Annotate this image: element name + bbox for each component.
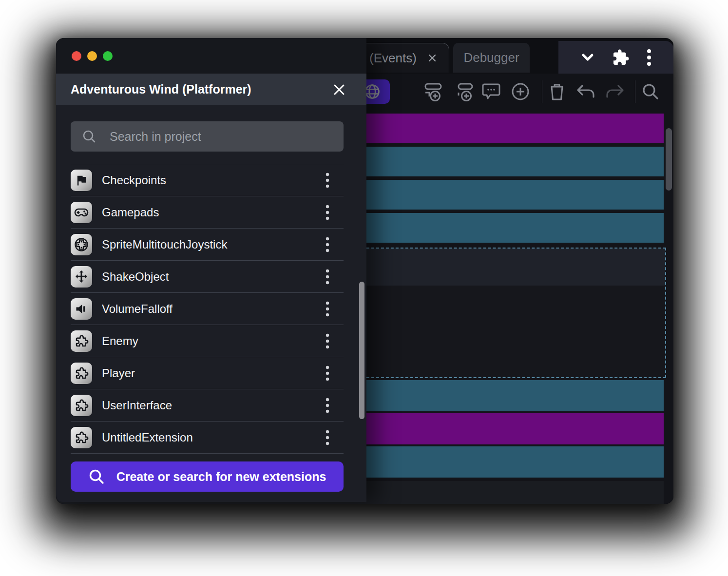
add-event-icon[interactable] (420, 79, 445, 104)
trash-icon[interactable] (544, 79, 570, 104)
project-title: Adventurous Wind (Platformer) (71, 82, 251, 96)
item-menu-kebab-icon[interactable] (320, 299, 335, 319)
desktop-background: (Events) Debugger (0, 0, 728, 576)
tab-close-icon[interactable] (426, 52, 438, 64)
toolbar-divider (635, 80, 635, 103)
search-icon[interactable] (638, 79, 663, 104)
create-extension-button[interactable]: Create or search for new extensions (71, 461, 344, 492)
project-search-box (71, 121, 344, 152)
list-item-volumefalloff[interactable]: VolumeFalloff (71, 293, 344, 325)
search-icon (82, 129, 96, 144)
list-item-player[interactable]: Player (71, 357, 344, 389)
search-icon (88, 468, 105, 485)
list-item-userinterface[interactable]: UserInterface (71, 389, 344, 422)
item-menu-kebab-icon[interactable] (320, 267, 335, 287)
item-menu-kebab-icon[interactable] (320, 428, 335, 447)
close-window-button[interactable] (72, 51, 81, 61)
item-menu-kebab-icon[interactable] (320, 235, 335, 254)
gamepad-icon (71, 202, 92, 223)
chevron-down-icon[interactable] (579, 52, 596, 63)
item-menu-kebab-icon[interactable] (320, 364, 335, 383)
close-icon[interactable] (331, 82, 347, 97)
project-manager-panel: Adventurous Wind (Platformer) Checkpoint… (56, 38, 366, 502)
puzzle-icon (71, 363, 92, 384)
list-item-sprite-multitouch-joystick[interactable]: SpriteMultitouchJoystick (71, 229, 344, 261)
extensions-list: Checkpoints Gamepads (71, 164, 344, 454)
puzzle-icon (71, 330, 92, 352)
list-item-gamepads[interactable]: Gamepads (71, 196, 344, 229)
list-item-shakeobject[interactable]: ShakeObject (71, 261, 344, 293)
toolbar-divider (542, 80, 542, 103)
speaker-icon (71, 298, 92, 320)
redo-icon[interactable] (602, 79, 627, 104)
add-subevent-icon[interactable] (451, 79, 477, 104)
minimize-window-button[interactable] (87, 51, 97, 61)
add-comment-icon[interactable] (479, 79, 504, 104)
list-item-untitledextension[interactable]: UntitledExtension (71, 422, 344, 454)
puzzle-icon[interactable] (612, 49, 630, 66)
app-window: (Events) Debugger (56, 38, 673, 504)
window-controls (72, 51, 113, 61)
search-input[interactable] (109, 129, 344, 144)
drawer-header: Adventurous Wind (Platformer) (56, 74, 366, 105)
item-menu-kebab-icon[interactable] (320, 171, 335, 190)
move-arrows-icon (71, 266, 92, 288)
add-circle-icon[interactable] (508, 79, 533, 104)
tab-debugger[interactable]: Debugger (453, 43, 530, 73)
flag-icon (71, 170, 92, 191)
puzzle-icon (71, 395, 92, 416)
kebab-menu-icon[interactable] (646, 48, 652, 67)
tab-bar-controls (558, 41, 673, 74)
tab-events-label: (Events) (369, 51, 417, 66)
tab-debugger-label: Debugger (463, 50, 519, 65)
item-menu-kebab-icon[interactable] (320, 331, 335, 351)
list-item-checkpoints[interactable]: Checkpoints (71, 164, 344, 196)
zoom-window-button[interactable] (103, 51, 113, 61)
item-menu-kebab-icon[interactable] (320, 396, 335, 415)
list-item-enemy[interactable]: Enemy (71, 325, 344, 357)
puzzle-icon (71, 427, 92, 448)
events-scrollbar-thumb[interactable] (666, 128, 672, 191)
joystick-icon (71, 234, 92, 255)
item-menu-kebab-icon[interactable] (320, 203, 335, 222)
drawer-scrollbar-thumb[interactable] (359, 282, 364, 419)
undo-icon[interactable] (574, 79, 599, 104)
